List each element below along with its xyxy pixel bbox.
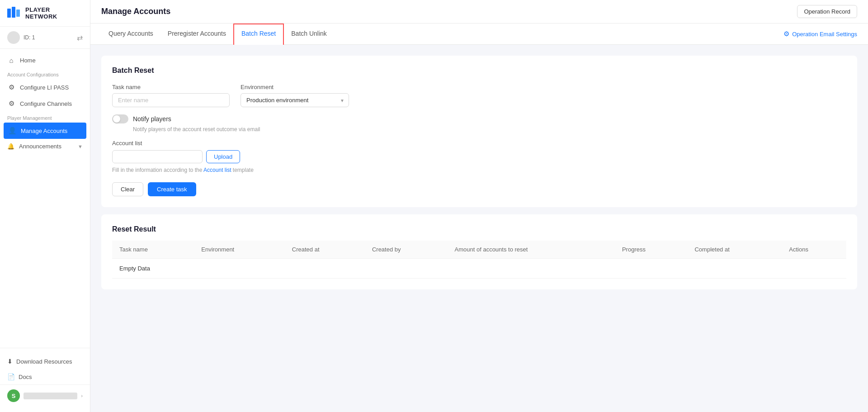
notify-players-row: Notify players bbox=[112, 114, 846, 123]
upload-button[interactable]: Upload bbox=[206, 150, 240, 163]
notify-players-description: Notify players of the account reset outc… bbox=[133, 126, 846, 133]
download-resources-label: Download Resources bbox=[16, 358, 72, 365]
col-amount: Amount of accounts to reset bbox=[448, 241, 615, 259]
gear-icon: ⚙ bbox=[783, 30, 789, 38]
environment-select[interactable]: Production environment Staging environme… bbox=[241, 93, 349, 107]
chevron-right-icon: › bbox=[81, 393, 83, 398]
logo-text: PLAYER NETWORK bbox=[25, 6, 83, 20]
home-icon: ⌂ bbox=[7, 57, 15, 64]
upload-row: Upload bbox=[112, 150, 846, 163]
account-config-section: Account Configurations bbox=[0, 68, 90, 79]
operation-record-button[interactable]: Operation Record bbox=[797, 5, 857, 18]
form-row-task-env: Task name Environment Production environ… bbox=[112, 84, 846, 107]
avatar: S bbox=[7, 389, 20, 402]
notify-players-label: Notify players bbox=[133, 115, 171, 123]
docs-icon: 📄 bbox=[7, 373, 15, 380]
account-template-text: Fill in the information according to the… bbox=[112, 167, 846, 173]
task-name-input[interactable] bbox=[112, 93, 230, 107]
sidebar-item-announcements[interactable]: 🔔 Announcements ▼ bbox=[0, 139, 90, 154]
sidebar-item-manage-accounts-label: Manage Accounts bbox=[21, 128, 67, 134]
chevron-down-icon: ▼ bbox=[78, 144, 83, 149]
sidebar-bottom: ⬇ Download Resources 📄 Docs S username › bbox=[0, 348, 90, 412]
configure-channels-icon: ⚙ bbox=[7, 99, 15, 108]
user-id-label: ID: 1 bbox=[24, 34, 73, 41]
sidebar-navigation: ⌂ Home Account Configurations ⚙ Configur… bbox=[0, 49, 90, 348]
account-list-label: Account list bbox=[112, 140, 846, 147]
sidebar-item-configure-channels[interactable]: ⚙ Configure Channels bbox=[0, 95, 90, 112]
page-title: Manage Accounts bbox=[101, 7, 170, 16]
sub-nav-tabs: Query Accounts Preregister Accounts Batc… bbox=[101, 24, 334, 44]
template-prefix: Fill in the information according to the bbox=[112, 167, 202, 173]
sidebar-user: ID: 1 ⇄ bbox=[0, 27, 90, 49]
download-resources-item[interactable]: ⬇ Download Resources bbox=[0, 354, 90, 369]
sidebar-item-announcements-label: Announcements bbox=[19, 143, 61, 150]
tab-preregister-accounts[interactable]: Preregister Accounts bbox=[160, 24, 233, 44]
manage-accounts-icon: 👤 bbox=[8, 127, 16, 135]
switch-account-icon[interactable]: ⇄ bbox=[77, 33, 83, 42]
user-footer-name: username bbox=[24, 393, 77, 399]
operation-email-settings-link[interactable]: ⚙ Operation Email Settings bbox=[783, 30, 857, 38]
environment-group: Environment Production environment Stagi… bbox=[241, 84, 349, 107]
sidebar-item-manage-accounts[interactable]: 👤 Manage Accounts bbox=[4, 123, 86, 139]
main-content: Manage Accounts Operation Record Query A… bbox=[90, 0, 868, 412]
topbar-right: Operation Record bbox=[797, 5, 857, 18]
batch-reset-form-card: Batch Reset Task name Environment Produc… bbox=[101, 56, 857, 207]
create-task-button[interactable]: Create task bbox=[148, 182, 196, 196]
template-suffix: template bbox=[233, 167, 254, 173]
account-list-template-link[interactable]: Account list bbox=[203, 167, 231, 173]
logo-icon bbox=[7, 7, 22, 19]
docs-item[interactable]: 📄 Docs bbox=[0, 369, 90, 384]
environment-select-wrapper: Production environment Staging environme… bbox=[241, 93, 349, 107]
col-created-by: Created by bbox=[365, 241, 448, 259]
download-icon: ⬇ bbox=[7, 358, 13, 365]
svg-rect-0 bbox=[7, 9, 11, 18]
sub-navigation: Query Accounts Preregister Accounts Batc… bbox=[90, 24, 868, 45]
col-task-name: Task name bbox=[112, 241, 194, 259]
tab-query-accounts[interactable]: Query Accounts bbox=[101, 24, 160, 44]
col-progress: Progress bbox=[615, 241, 688, 259]
sidebar-item-home[interactable]: ⌂ Home bbox=[0, 52, 90, 68]
sidebar-item-home-label: Home bbox=[20, 57, 36, 64]
reset-result-section: Reset Result Task name Environment Creat… bbox=[101, 214, 857, 289]
reset-result-title: Reset Result bbox=[112, 225, 846, 233]
col-completed-at: Completed at bbox=[687, 241, 782, 259]
sidebar-item-configure-li-pass[interactable]: ⚙ Configure LI PASS bbox=[0, 79, 90, 95]
empty-data-cell: Empty Data bbox=[112, 259, 846, 279]
user-avatar bbox=[7, 31, 20, 44]
user-footer[interactable]: S username › bbox=[0, 384, 90, 407]
sidebar: PLAYER NETWORK ID: 1 ⇄ ⌂ Home Account Co… bbox=[0, 0, 90, 412]
toggle-knob bbox=[113, 115, 120, 123]
svg-rect-1 bbox=[12, 7, 15, 18]
col-created-at: Created at bbox=[285, 241, 365, 259]
col-environment: Environment bbox=[194, 241, 285, 259]
sidebar-logo: PLAYER NETWORK bbox=[0, 0, 90, 27]
page-content: Batch Reset Task name Environment Produc… bbox=[90, 45, 868, 412]
announcements-left: 🔔 Announcements bbox=[7, 143, 61, 150]
reset-result-table: Task name Environment Created at Created… bbox=[112, 241, 846, 279]
notify-players-toggle[interactable] bbox=[112, 114, 128, 123]
tab-batch-unlink[interactable]: Batch Unlink bbox=[284, 24, 334, 44]
announcements-icon: 🔔 bbox=[7, 143, 14, 150]
svg-rect-2 bbox=[16, 9, 20, 17]
topbar: Manage Accounts Operation Record bbox=[90, 0, 868, 24]
action-row: Clear Create task bbox=[112, 182, 846, 196]
sidebar-item-configure-li-pass-label: Configure LI PASS bbox=[20, 84, 69, 91]
task-name-label: Task name bbox=[112, 84, 230, 90]
operation-email-settings-label: Operation Email Settings bbox=[792, 31, 857, 38]
col-actions: Actions bbox=[782, 241, 846, 259]
sidebar-item-configure-channels-label: Configure Channels bbox=[20, 100, 72, 107]
player-management-section: Player Management bbox=[0, 112, 90, 123]
environment-label: Environment bbox=[241, 84, 349, 90]
task-name-group: Task name bbox=[112, 84, 230, 107]
table-body: Empty Data bbox=[112, 259, 846, 279]
configure-li-pass-icon: ⚙ bbox=[7, 83, 15, 91]
clear-button[interactable]: Clear bbox=[112, 182, 143, 196]
file-input-display[interactable] bbox=[112, 150, 203, 163]
docs-label: Docs bbox=[19, 374, 32, 380]
tab-batch-reset[interactable]: Batch Reset bbox=[233, 24, 284, 45]
table-header: Task name Environment Created at Created… bbox=[112, 241, 846, 259]
batch-reset-title: Batch Reset bbox=[112, 66, 846, 75]
